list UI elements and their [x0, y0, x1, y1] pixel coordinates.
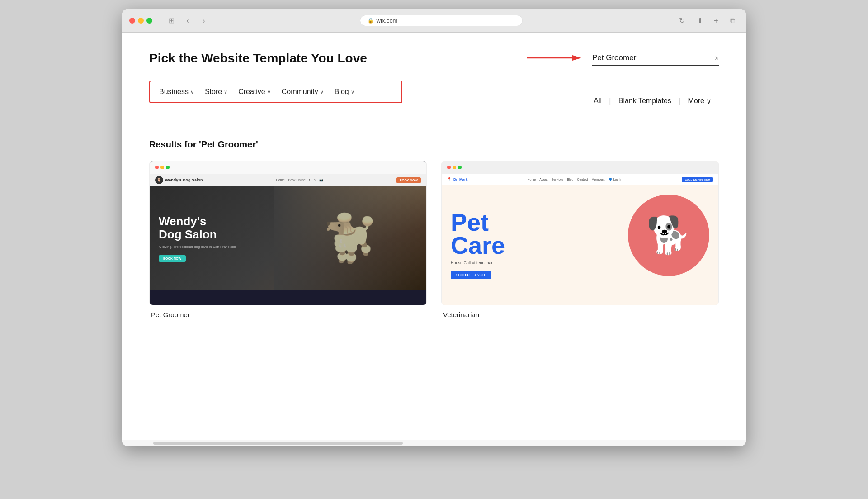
filter-more-label: More	[688, 97, 704, 105]
search-box: ×	[592, 51, 719, 66]
url-input-display[interactable]: 🔒 wix.com	[360, 15, 523, 26]
more-chevron-icon: ∨	[706, 97, 712, 105]
petcare-hero-subtitle: House Call Veterinarian	[451, 261, 505, 265]
petcare-dot-green	[458, 166, 462, 169]
petcare-brand-name: Dr. Mark	[453, 177, 468, 181]
creative-chevron-icon: ∨	[267, 89, 271, 95]
filter-all[interactable]: All	[586, 97, 609, 105]
new-tab-button[interactable]: +	[710, 14, 722, 27]
nav-store-label: Store	[205, 88, 222, 96]
store-chevron-icon: ∨	[224, 89, 227, 95]
filter-more-dropdown[interactable]: More ∨	[681, 97, 719, 105]
petcare-dot-yellow	[453, 166, 456, 169]
search-area: ×	[527, 51, 719, 66]
topbar-dot-red	[155, 166, 159, 169]
wendys-nav-links: Home Book Online f b 📷	[276, 178, 323, 182]
wendys-book-now-button: BOOK NOW	[396, 177, 421, 183]
nav-item-business[interactable]: Business ∨	[159, 88, 194, 96]
fullscreen-button[interactable]	[146, 18, 152, 24]
petcare-hero: PetCare House Call Veterinarian SCHEDULE…	[442, 185, 718, 304]
sidebar-toggle-button[interactable]: ⊞	[165, 14, 178, 27]
nav-business-label: Business	[159, 88, 189, 96]
search-input[interactable]	[592, 51, 719, 66]
wendys-hero-button: BOOK NOW	[159, 255, 186, 262]
scrollbar-thumb[interactable]	[153, 442, 403, 445]
share-button[interactable]: ⬆	[693, 14, 706, 27]
blog-chevron-icon: ∨	[351, 89, 354, 95]
petcare-dot-red	[447, 166, 451, 169]
nav-items-left: Business ∨ Store ∨ Creative ∨ Community …	[159, 88, 354, 96]
back-button[interactable]: ‹	[181, 14, 194, 27]
topbar-dot-yellow	[160, 166, 164, 169]
template-name-pet-groomer: Pet Groomer	[149, 311, 427, 318]
dog-image-overlay: 🐩	[274, 186, 426, 290]
minimize-button[interactable]	[138, 18, 144, 24]
arrow-svg	[527, 52, 581, 63]
page-title: Pick the Website Template You Love	[149, 51, 367, 66]
category-nav: Business ∨ Store ∨ Creative ∨ Community …	[149, 81, 402, 103]
petcare-dog-circle: 🐕	[628, 195, 709, 276]
wendys-topbar	[150, 161, 426, 174]
nav-community-label: Community	[282, 88, 318, 96]
wendys-logo: 🐕 Wendy's Dog Salon	[155, 176, 203, 184]
browser-window: ⊞ ‹ › 🔒 wix.com ↻ ⬆ + ⧉ Pick the Website…	[122, 9, 746, 446]
nav-filter-container: Business ∨ Store ∨ Creative ∨ Community …	[149, 81, 719, 121]
community-chevron-icon: ∨	[320, 89, 324, 95]
url-text: wix.com	[377, 17, 398, 24]
template-thumbnail-pet-groomer: 🐕 Wendy's Dog Salon Home Book Online f b…	[149, 161, 427, 305]
petcare-mock: 📍 Dr. Mark Home About Services Blog Cont…	[442, 161, 718, 305]
page-content: Pick the Website Template You Love ×	[122, 33, 746, 440]
browser-actions: ⬆ + ⧉	[693, 14, 739, 27]
nav-item-creative[interactable]: Creative ∨	[238, 88, 271, 96]
template-thumbnail-veterinarian: 📍 Dr. Mark Home About Services Blog Cont…	[441, 161, 719, 305]
template-card-pet-groomer[interactable]: 🐕 Wendy's Dog Salon Home Book Online f b…	[149, 161, 427, 318]
petcare-nav-links: Home About Services Blog Contact Members…	[528, 178, 623, 181]
petcare-logo-icon: 📍	[447, 177, 452, 181]
filter-right: All | Blank Templates | More ∨	[586, 96, 719, 106]
forward-button[interactable]: ›	[198, 14, 210, 27]
business-chevron-icon: ∨	[190, 89, 194, 95]
tabs-button[interactable]: ⧉	[726, 14, 739, 27]
refresh-button[interactable]: ↻	[675, 14, 688, 27]
security-icon: 🔒	[368, 18, 374, 24]
wendys-logo-icon: 🐕	[155, 176, 163, 184]
template-name-veterinarian: Veterinarian	[441, 311, 719, 318]
petcare-hero-title: PetCare	[451, 211, 505, 257]
petcare-logo: 📍 Dr. Mark	[447, 177, 468, 181]
search-clear-button[interactable]: ×	[715, 54, 719, 62]
petcare-call-button: CALL 123-456-7890	[682, 177, 713, 182]
nav-item-blog[interactable]: Blog ∨	[335, 88, 354, 96]
wendys-salon-mock: 🐕 Wendy's Dog Salon Home Book Online f b…	[150, 161, 426, 305]
results-heading: Results for 'Pet Groomer'	[149, 139, 719, 150]
topbar-dots	[155, 166, 170, 169]
petcare-dog-image: 🐕	[646, 214, 691, 257]
filter-blank-templates[interactable]: Blank Templates	[611, 97, 679, 105]
scrollbar-area	[122, 440, 746, 446]
nav-blog-label: Blog	[335, 88, 349, 96]
wendys-brand-name: Wendy's Dog Salon	[165, 178, 203, 182]
browser-titlebar: ⊞ ‹ › 🔒 wix.com ↻ ⬆ + ⧉	[122, 9, 746, 33]
traffic-lights	[129, 18, 152, 24]
nav-item-store[interactable]: Store ∨	[205, 88, 227, 96]
address-bar: 🔒 wix.com	[216, 15, 666, 26]
petcare-nav: 📍 Dr. Mark Home About Services Blog Cont…	[442, 174, 718, 185]
topbar-dot-green	[166, 166, 170, 169]
svg-marker-1	[572, 55, 581, 61]
nav-creative-label: Creative	[238, 88, 265, 96]
header-row: Pick the Website Template You Love ×	[149, 51, 719, 66]
petcare-topbar	[442, 161, 718, 174]
close-button[interactable]	[129, 18, 135, 24]
arrow-indicator	[527, 52, 581, 63]
template-card-veterinarian[interactable]: 📍 Dr. Mark Home About Services Blog Cont…	[441, 161, 719, 318]
petcare-hero-text: PetCare House Call Veterinarian SCHEDULE…	[451, 211, 505, 279]
browser-navigation: ⊞ ‹ ›	[163, 14, 210, 27]
dog-image: 🐩	[322, 212, 378, 265]
petcare-schedule-button: SCHEDULE A VISIT	[451, 271, 491, 279]
wendys-hero: Wendy'sDog Salon A loving, professional …	[150, 186, 426, 290]
nav-item-community[interactable]: Community ∨	[282, 88, 324, 96]
wendys-nav: 🐕 Wendy's Dog Salon Home Book Online f b…	[150, 174, 426, 186]
templates-grid: 🐕 Wendy's Dog Salon Home Book Online f b…	[149, 161, 719, 318]
